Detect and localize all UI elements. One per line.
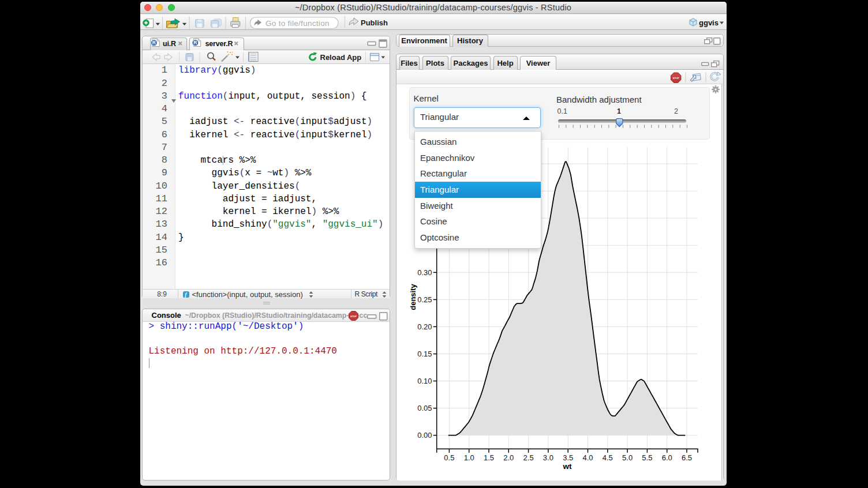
svg-text:Reload App: Reload App xyxy=(320,53,361,62)
svg-text:1.0: 1.0 xyxy=(464,453,474,462)
svg-text:3.5: 3.5 xyxy=(563,453,573,462)
svg-text:4.5: 4.5 xyxy=(603,453,613,462)
svg-text:3.0: 3.0 xyxy=(543,453,553,462)
svg-text:0.20: 0.20 xyxy=(417,322,432,331)
svg-text:2.5: 2.5 xyxy=(523,453,534,462)
svg-text:0.30: 0.30 xyxy=(417,268,432,277)
svg-text:ggvis: ggvis xyxy=(699,18,719,27)
svg-text:density: density xyxy=(409,283,417,310)
svg-text:R: R xyxy=(152,40,155,46)
svg-text:0.25: 0.25 xyxy=(417,295,432,304)
svg-text:STOP: STOP xyxy=(672,76,679,79)
svg-text:5.5: 5.5 xyxy=(642,453,652,462)
svg-text:server.R: server.R xyxy=(205,40,233,48)
svg-text:5.0: 5.0 xyxy=(622,453,633,462)
svg-text:R: R xyxy=(193,40,197,46)
svg-text:0.00: 0.00 xyxy=(417,431,432,440)
svg-text:Go to file/function: Go to file/function xyxy=(265,19,330,28)
svg-text:ui.R: ui.R xyxy=(163,40,176,48)
svg-text:0.5: 0.5 xyxy=(444,453,454,462)
svg-text:2.0: 2.0 xyxy=(503,453,514,462)
svg-text:0.15: 0.15 xyxy=(417,350,432,358)
svg-text:0.10: 0.10 xyxy=(417,377,432,385)
svg-text:STOP: STOP xyxy=(350,315,357,318)
svg-text:6.0: 6.0 xyxy=(662,453,672,462)
svg-text:0.05: 0.05 xyxy=(417,404,432,412)
svg-text:wt: wt xyxy=(562,462,572,471)
svg-text:6.5: 6.5 xyxy=(682,453,692,462)
svg-text:1.5: 1.5 xyxy=(484,453,494,462)
svg-text:4.0: 4.0 xyxy=(582,453,593,462)
svg-text:Publish: Publish xyxy=(361,18,388,27)
